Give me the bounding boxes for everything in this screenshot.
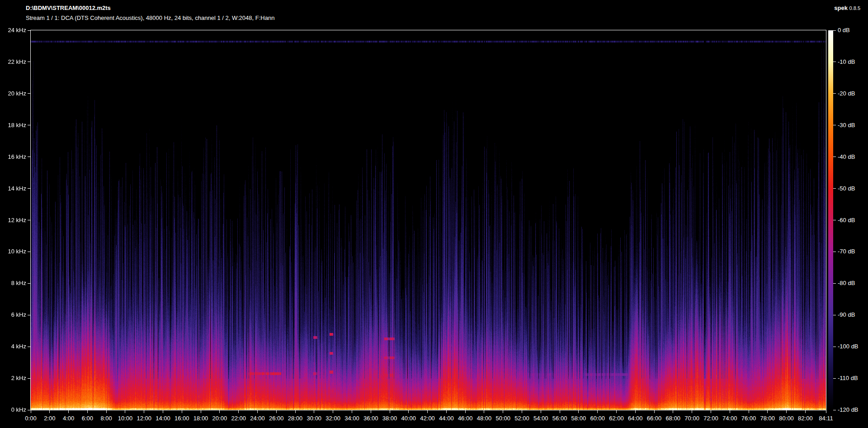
frequency-tick: [28, 378, 30, 379]
time-tick: [257, 410, 258, 413]
time-tick-label: 52:00: [514, 415, 529, 422]
db-tick: [833, 347, 836, 347]
time-tick: [408, 410, 409, 413]
app-brand: spek 0.8.5: [834, 5, 860, 11]
time-tick: [276, 410, 277, 413]
frequency-tick: [28, 252, 30, 252]
frequency-tick-label: 4 kHz: [0, 343, 26, 350]
time-tick: [314, 410, 314, 413]
time-tick: [295, 410, 296, 413]
time-tick: [238, 410, 239, 413]
db-tick-label: -60 dB: [838, 217, 855, 224]
db-tick: [833, 378, 836, 379]
time-tick-label: 60:00: [590, 415, 605, 422]
time-tick: [635, 410, 636, 413]
time-tick-label: 46:00: [458, 415, 473, 422]
db-tick: [833, 30, 836, 31]
time-tick-label: 48:00: [477, 415, 492, 422]
time-tick-label: 26:00: [269, 415, 284, 422]
time-tick: [106, 410, 107, 413]
time-tick-label: 12:00: [137, 415, 151, 422]
time-tick-label: 16:00: [175, 415, 189, 422]
frequency-tick-label: 20 kHz: [0, 90, 26, 97]
db-tick: [833, 220, 836, 220]
stream-info: Stream 1 / 1: DCA (DTS Coherent Acoustic…: [26, 14, 274, 21]
frequency-tick: [28, 220, 30, 220]
time-tick: [826, 410, 826, 413]
time-tick-label: 18:00: [193, 415, 208, 422]
frequency-tick: [28, 62, 30, 62]
time-tick: [692, 410, 692, 413]
frequency-tick: [28, 93, 30, 94]
time-tick-label: 34:00: [344, 415, 359, 422]
time-tick-label: 10:00: [118, 415, 133, 422]
time-tick-label: 66:00: [647, 415, 662, 422]
frequency-tick-label: 2 kHz: [0, 375, 26, 381]
time-tick-label: 24:00: [250, 415, 265, 422]
time-tick-label: 84:11: [819, 415, 833, 422]
frequency-tick: [28, 188, 30, 189]
db-tick-label: -30 dB: [838, 122, 855, 128]
frequency-tick-label: 0 kHz: [0, 406, 26, 413]
db-tick-label: -20 dB: [838, 90, 855, 97]
time-tick: [87, 410, 88, 413]
db-colorbar: [828, 30, 833, 410]
time-tick: [503, 410, 503, 413]
db-tick: [833, 410, 836, 410]
frequency-tick-label: 8 kHz: [0, 280, 26, 286]
time-tick: [560, 410, 560, 413]
db-tick: [833, 315, 836, 315]
time-tick: [49, 410, 50, 413]
frequency-tick-label: 12 kHz: [0, 217, 26, 224]
time-tick-label: 42:00: [420, 415, 435, 422]
time-tick-label: 50:00: [495, 415, 510, 422]
frequency-tick-label: 24 kHz: [0, 27, 26, 33]
time-tick: [201, 410, 201, 413]
db-tick: [833, 62, 836, 62]
frequency-tick: [28, 347, 30, 347]
time-tick-label: 36:00: [363, 415, 378, 422]
time-tick: [125, 410, 125, 413]
time-tick-label: 4:00: [63, 415, 74, 422]
db-tick: [833, 252, 836, 252]
time-tick: [616, 410, 617, 413]
time-tick: [578, 410, 579, 413]
time-tick-label: 78:00: [760, 415, 775, 422]
time-tick: [371, 410, 371, 413]
time-tick: [333, 410, 333, 413]
time-tick: [522, 410, 522, 413]
time-tick: [390, 410, 390, 413]
time-tick-label: 14:00: [156, 415, 170, 422]
db-tick: [833, 93, 836, 94]
time-tick: [182, 410, 182, 413]
db-tick-label: -50 dB: [838, 185, 855, 192]
time-tick-label: 20:00: [212, 415, 227, 422]
time-tick: [465, 410, 466, 413]
db-tick-label: -80 dB: [838, 280, 855, 286]
frequency-tick-label: 14 kHz: [0, 185, 26, 192]
db-tick: [833, 157, 836, 157]
time-tick: [767, 410, 768, 413]
time-tick-label: 40:00: [401, 415, 416, 422]
time-tick: [673, 410, 673, 413]
time-tick: [68, 410, 69, 413]
frequency-tick-label: 10 kHz: [0, 248, 26, 255]
time-tick: [730, 410, 730, 413]
time-tick-label: 54:00: [533, 415, 548, 422]
frequency-tick: [28, 410, 30, 410]
db-tick-label: -90 dB: [838, 311, 855, 318]
db-tick-label: -100 dB: [838, 343, 859, 350]
time-tick-label: 70:00: [684, 415, 699, 422]
time-tick-label: 44:00: [439, 415, 454, 422]
time-tick-label: 32:00: [326, 415, 340, 422]
frequency-tick-label: 22 kHz: [0, 58, 26, 65]
db-tick-label: 0 dB: [838, 27, 850, 33]
db-tick: [833, 283, 836, 284]
time-tick-label: 28:00: [288, 415, 303, 422]
time-tick-label: 68:00: [666, 415, 681, 422]
time-tick-label: 80:00: [779, 415, 794, 422]
time-tick-label: 76:00: [741, 415, 756, 422]
db-tick-label: -70 dB: [838, 248, 855, 255]
time-tick-label: 8:00: [101, 415, 112, 422]
db-tick: [833, 125, 836, 125]
